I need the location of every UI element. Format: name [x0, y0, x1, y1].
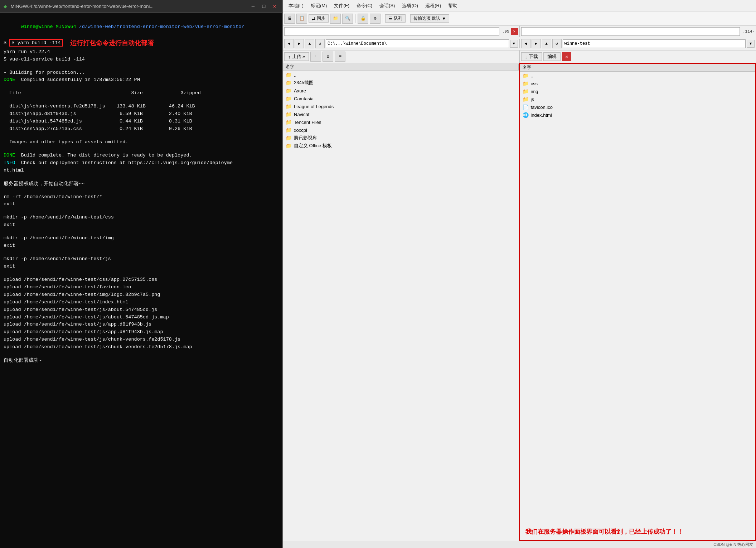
path-combo-left[interactable]: C:\...\winne\Documents\ [326, 39, 509, 48]
address-value-right: .114- [741, 29, 756, 34]
sync-button[interactable]: ⇄ 同步 [309, 14, 329, 23]
terminal-close-button[interactable]: ✕ [271, 3, 278, 10]
download-button[interactable]: ↓ 下载 [521, 52, 542, 61]
ftp-main-content: ◀ ▶ ▲ ↺ C:\...\winne\Documents\ ▼ ◀ ▶ ▲ … [283, 37, 756, 541]
queue-button[interactable]: ☰ 队列 [385, 14, 406, 23]
list-item[interactable]: 📁 自定义 Office 模板 [283, 142, 519, 150]
list-item[interactable]: 📁 img [520, 87, 756, 95]
toolbar-btn-1[interactable]: 🖥 [284, 14, 295, 24]
folder-icon: 📁 [286, 104, 292, 109]
list-item[interactable]: 📁 Camtasia [283, 95, 519, 102]
path-text-left: C:\...\winne\Documents\ [328, 41, 387, 46]
list-item[interactable]: 🌐 index.html [520, 111, 756, 119]
nav-back-left[interactable]: ◀ [284, 39, 294, 48]
filter-btn-left[interactable]: ▼ [510, 40, 518, 48]
file-name: .. [294, 72, 296, 78]
folder-icon: 📁 [286, 135, 292, 141]
terminal-upload-favicon: upload /home/sendi/fe/winne-test/favicon… [4, 284, 278, 291]
toolbar-btn-4[interactable]: 🔍 [342, 14, 353, 24]
address-input-right[interactable] [521, 27, 740, 36]
list-item[interactable]: 📁 .. [520, 72, 756, 80]
ftp-menu-remote[interactable]: 远程(R) [422, 2, 444, 10]
queue-label: 队列 [394, 15, 402, 21]
list-item[interactable]: 📁 League of Legends [283, 102, 519, 110]
terminal-user-host: winne@winne MINGW64 /d/winne-web/fronten… [21, 24, 244, 29]
nav-up-right[interactable]: ▲ [542, 39, 551, 48]
terminal-mkdir-js: mkdir -p /home/sendi/fe/winne-test/js [4, 255, 278, 263]
ftp-address-left: .95 ✕ [283, 26, 520, 37]
path-combo-right[interactable]: winne-test [563, 39, 746, 48]
toolbar-btn-3[interactable]: 📁 [330, 14, 341, 24]
terminal-line-1: yarn run v1.22.4 [4, 48, 278, 56]
ftp-file-area: 名字 📁 .. 📁 2345截图 📁 Axure [283, 63, 756, 541]
terminal-logo-icon: ◆ [4, 3, 7, 10]
list-item[interactable]: 📁 .. [283, 71, 519, 79]
sort-btn-left[interactable]: ≡ [335, 52, 345, 62]
list-item[interactable]: 📁 2345截图 [283, 79, 519, 87]
edit-button[interactable]: 编辑 [543, 52, 561, 61]
sync-label: 同步 [317, 15, 325, 21]
terminal-line-6: dist\js\chunk-vendors.fe2d5178.js 133.48… [4, 103, 278, 110]
list-item[interactable]: 📁 xoxcpl [283, 126, 519, 134]
ftp-file-list-right: 📁 .. 📁 css 📁 img 📁 js [520, 72, 756, 523]
toolbar-btn-6[interactable]: ⚙ [370, 14, 381, 24]
toolbar-btn-5[interactable]: 🔒 [358, 14, 368, 24]
terminal-line-5: File Size Gzipped [4, 90, 278, 97]
ftp-menu-options[interactable]: 选项(O) [399, 2, 421, 10]
ftp-menu-command[interactable]: 命令(C) [354, 2, 375, 10]
list-item[interactable]: 📁 js [520, 95, 756, 103]
folder-icon: 📁 [523, 88, 529, 94]
list-item[interactable]: 📁 css [520, 80, 756, 87]
nav-up-left[interactable]: ▲ [305, 39, 314, 48]
list-item[interactable]: 📁 Axure [283, 87, 519, 95]
file-name: Camtasia [294, 96, 314, 101]
ftp-panel: 本地(L) 标记(M) 文件(F) 命令(C) 会话(S) 选项(O) 远程(R… [283, 0, 756, 548]
terminal-minimize-button[interactable]: ─ [249, 3, 257, 10]
terminal-rm-command: rm -rf /home/sendi/fe/winne-test/* [4, 193, 278, 201]
transfer-button[interactable]: 传输选项 默认 ▼ [410, 14, 449, 23]
ftp-menu-file[interactable]: 文件(F) [331, 2, 352, 10]
list-item[interactable]: 📄 favicon.ico [520, 103, 756, 111]
terminal-line-12: INFO Check out deployment instructions a… [4, 159, 278, 167]
list-item[interactable]: 📁 Tencent Files [283, 118, 519, 126]
list-item[interactable]: 📁 腾讯影视库 [283, 134, 519, 142]
edit-label: 编辑 [547, 53, 557, 60]
ftp-menu-mark[interactable]: 标记(M) [308, 2, 330, 10]
folder-icon: 📁 [286, 119, 292, 125]
ftp-menu-local[interactable]: 本地(L) [286, 2, 306, 10]
address-input-left[interactable] [284, 27, 499, 36]
path-winne-test: winne-test [563, 39, 746, 48]
ftp-nav-left: ◀ ▶ ▲ ↺ C:\...\winne\Documents\ ▼ [283, 39, 520, 48]
list-item[interactable]: 📁 Navicat [283, 110, 519, 118]
terminal-command-text: $ yarn build -114 [9, 39, 63, 47]
terminal-title: MINGW64:/d/winne-web/frontend-error-moni… [11, 4, 246, 9]
nav-forward-left[interactable]: ▶ [295, 39, 304, 48]
add-folder-btn-left[interactable]: + [310, 52, 321, 62]
upload-button[interactable]: ↑ 上传 » [284, 52, 309, 61]
nav-forward-right[interactable]: ▶ [532, 39, 541, 48]
terminal-maximize-button[interactable]: □ [260, 3, 268, 10]
view-btn-left[interactable]: ⊞ [323, 52, 333, 62]
delete-button[interactable]: ✕ [562, 52, 571, 61]
ftp-menu-help[interactable]: 帮助 [445, 2, 460, 10]
nav-refresh-right[interactable]: ↺ [552, 39, 562, 48]
address-close-left[interactable]: ✕ [511, 28, 518, 35]
file-name: 2345截图 [294, 80, 314, 86]
filter-btn-right[interactable]: ▼ [747, 40, 755, 48]
file-name: index.html [531, 112, 552, 118]
ftp-file-right: 名字 📁 .. 📁 css 📁 img [519, 63, 756, 541]
ftp-upload-bar: ↑ 上传 » + ⊞ ≡ ↓ 下载 编辑 ✕ [283, 50, 756, 63]
folder-icon: 📁 [286, 72, 292, 78]
file-name: 腾讯影视库 [294, 135, 317, 141]
toolbar-btn-2[interactable]: 📋 [296, 14, 307, 24]
file-name: favicon.ico [531, 105, 553, 110]
nav-refresh-left[interactable]: ↺ [315, 39, 325, 48]
terminal-exit-3: exit [4, 242, 278, 250]
transfer-label: 传输选项 默认 [413, 15, 440, 21]
folder-icon: 📁 [523, 81, 529, 86]
ftp-address-row: .95 ✕ .114- [283, 26, 756, 37]
terminal-command: $ $ yarn build -114 [4, 39, 63, 47]
annotation2-text: 我们在服务器操作面板界面可以看到，已经上传成功了！！ [525, 528, 684, 535]
ftp-menu-session[interactable]: 会话(S) [377, 2, 398, 10]
nav-back-right[interactable]: ◀ [521, 39, 530, 48]
